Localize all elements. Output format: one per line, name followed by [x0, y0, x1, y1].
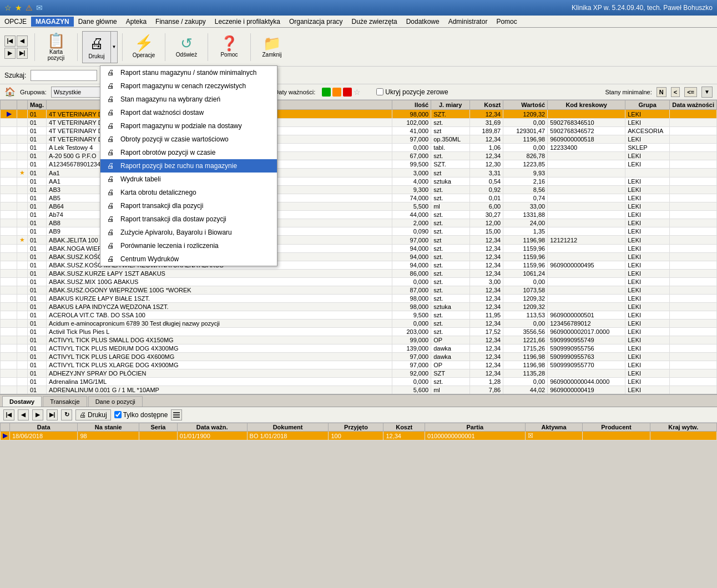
- menu-dane-glowne[interactable]: Dane główne: [74, 17, 122, 27]
- row-grupa: LEKI: [625, 211, 670, 219]
- table-row[interactable]: 01Adrenalina 1MG/1ML0,000szt.1,280,00960…: [1, 378, 717, 386]
- table-row[interactable]: 01Acidum e-aminocapronicum 6789 30 Test …: [1, 320, 717, 328]
- dropdown-item-5[interactable]: 🖨 Raport magazynu w podziale na dostawy: [100, 119, 277, 133]
- hide-zerowe-checkbox[interactable]: [376, 88, 383, 95]
- menu-dodatkowe[interactable]: Dodatkowe: [402, 17, 444, 27]
- row-qty: 74,000: [392, 194, 431, 202]
- table-row[interactable]: 01ACEROLA VIT.C TAB. DO SSA 1009,500szt.…: [1, 311, 717, 320]
- search-input[interactable]: [31, 70, 97, 81]
- menu-duze[interactable]: Duże zwierzęta: [347, 17, 402, 27]
- row-mag: 01: [28, 169, 47, 178]
- table-row[interactable]: 01ADHEZYJNY SPRAY DO PŁÓCIEN92,000SZT12,…: [1, 369, 717, 378]
- bottom-print-btn[interactable]: 🖨 Drukuj: [75, 409, 111, 420]
- bottom-nav-prev[interactable]: ◀: [18, 409, 29, 420]
- dropdown-item-7[interactable]: 🖨 Raport obrotów pozycji w czasie: [100, 146, 277, 159]
- print-icon-3: 🖨: [107, 95, 116, 104]
- menu-leczenie[interactable]: Leczenie i profilaktyka: [210, 17, 285, 27]
- row-arrow: ▶: [1, 110, 17, 119]
- table-row[interactable]: 01ACTIVYL TICK PLUS LARGE DOG 4X600MG97,…: [1, 353, 717, 361]
- odswiez-btn[interactable]: ↻ Odśwież: [170, 31, 203, 63]
- tab-dostawy[interactable]: Dostawy: [2, 396, 42, 407]
- bottom-tabs: Dostawy Transakcje Dane o pozycji: [0, 395, 717, 407]
- table-row[interactable]: 01ACTIVYL TICK PLUS MEDIUM DOG 4X300MG13…: [1, 344, 717, 353]
- table-row[interactable]: 01ABAKUS ŁAPA INDYCZA WĘDZONA 1SZT.98,00…: [1, 303, 717, 311]
- dropdown-item-1[interactable]: 🖨 Raport stanu magazynu / stanów minimal…: [100, 66, 277, 79]
- nav-first[interactable]: |◀: [4, 36, 16, 47]
- table-row[interactable]: 01ACTIVYL TICK PLUS XLARGE DOG 4X900MG97…: [1, 361, 717, 369]
- bottom-nav-first[interactable]: |◀: [3, 409, 14, 420]
- dropdown-item-11[interactable]: 🖨 Raport transakcji dla pozycji: [100, 199, 277, 212]
- table-row[interactable]: 01ABAK.SUSZ.OGONY WIEPRZOWE 100G *WOREK8…: [1, 286, 717, 295]
- min-dropdown-arrow[interactable]: ▼: [701, 87, 713, 98]
- bottom-table-row[interactable]: ▶18/06/20189801/01/1900BO 1/01/201810012…: [1, 432, 717, 440]
- table-row[interactable]: 01Activil Tick Plus Pies L203,000szt.17,…: [1, 328, 717, 336]
- star-toggle[interactable]: ☆: [354, 88, 361, 97]
- odswiez-icon: ↻: [180, 36, 193, 50]
- dropdown-item-6[interactable]: 🖨 Obroty pozycji w czasie wartościowo: [100, 133, 277, 146]
- bottom-menu-icon[interactable]: [171, 409, 182, 420]
- tab-transakcje[interactable]: Transakcje: [43, 396, 87, 407]
- bottom-refresh[interactable]: ↻: [61, 409, 72, 420]
- table-row[interactable]: 01ABAK.SUSZ.MIX 100G ABAKUS0,000szt.3,00…: [1, 278, 717, 286]
- dropdown-item-9[interactable]: 🖨 Wydruk tabeli: [100, 173, 277, 186]
- row-grupa: LEKI: [625, 219, 670, 227]
- mail-icon: ✉: [36, 3, 43, 12]
- tylko-dostepne-checkbox[interactable]: [114, 411, 122, 418]
- menu-apteka[interactable]: Apteka: [122, 17, 151, 27]
- table-row[interactable]: 01ACTIVYL TICK PLUS SMALL DOG 4X150MG99,…: [1, 336, 717, 344]
- table-row[interactable]: 01ABAK.SUSZ.KURZE ŁAPY 1SZT ABAKUS86,000…: [1, 270, 717, 278]
- dropdown-item-2[interactable]: 🖨 Raport magazynu w cenach rzeczywistych: [100, 79, 277, 93]
- drukuj-btn[interactable]: 🖨 Drukuj: [82, 31, 111, 63]
- drukuj-btn-group[interactable]: 🖨 Drukuj ▼: [82, 31, 118, 63]
- min-btn-lt[interactable]: <: [671, 87, 680, 97]
- row-grupa: LEKI: [625, 202, 670, 211]
- nav-next[interactable]: ▶: [4, 48, 16, 59]
- row-name: ADHEZYJNY SPRAY DO PŁÓCIEN: [47, 369, 392, 378]
- dropdown-label-1: Raport stanu magazynu / stanów minimalny…: [120, 69, 256, 77]
- drukuj-arrow[interactable]: ▼: [111, 31, 118, 63]
- dropdown-item-13[interactable]: 🖨 Zużycie Apivarolu, Bayarolu i Biowaru: [100, 226, 277, 239]
- nav-prev[interactable]: ◀: [17, 36, 28, 47]
- row-qty: 0,000: [392, 278, 431, 286]
- row-data: [670, 202, 717, 211]
- menu-magazyn[interactable]: MAGAZYN: [31, 17, 74, 27]
- zamknij-btn[interactable]: 📁 Zamknij: [255, 31, 289, 63]
- dropdown-item-12[interactable]: 🖨 Raport transakcji dla dostaw pozycji: [100, 212, 277, 226]
- b-datawazn: 01/01/1900: [177, 432, 247, 440]
- menu-opcje[interactable]: OPCJE: [0, 17, 31, 27]
- menu-finanse[interactable]: Finanse / zakupy: [151, 17, 210, 27]
- zamknij-icon: 📁: [263, 36, 281, 50]
- bottom-nav-next[interactable]: ▶: [32, 409, 43, 420]
- min-btn-n[interactable]: N: [657, 87, 666, 97]
- min-btn-lte[interactable]: <=: [684, 87, 697, 97]
- row-mag: 01: [28, 295, 47, 303]
- row-koszt: 11,95: [470, 311, 503, 320]
- dropdown-item-10[interactable]: 🖨 Karta obrotu detalicznego: [100, 186, 277, 199]
- tab-dane-o-pozycji[interactable]: Dane o pozycji: [88, 396, 143, 407]
- operacje-btn[interactable]: ⚡ Operacje: [127, 31, 160, 63]
- dropdown-label-11: Raport transakcji dla pozycji: [120, 202, 203, 210]
- pomoc-btn[interactable]: ❓ Pomoc: [213, 31, 246, 63]
- table-row[interactable]: 01ABAKUS KURZE ŁAPY BIAŁE 1SZT.98,000szt…: [1, 295, 717, 303]
- dropdown-item-14[interactable]: 🖨 Porównanie leczenia i rozliczenia: [100, 239, 277, 252]
- table-row[interactable]: 01ADRENALINUM 0.001 G / 1 ML *10AMP5,600…: [1, 386, 717, 394]
- dropdown-item-4[interactable]: 🖨 Raport dat ważności dostaw: [100, 106, 277, 119]
- row-qty: 4,000: [392, 178, 431, 186]
- dropdown-item-15[interactable]: 🖨 Centrum Wydruków: [100, 252, 277, 266]
- bcol-seria: Seria: [139, 423, 178, 432]
- nav-last[interactable]: ▶|: [17, 48, 28, 59]
- menu-administrator[interactable]: Administrator: [444, 17, 492, 27]
- drukuj-dropdown: 🖨 Raport stanu magazynu / stanów minimal…: [100, 65, 277, 266]
- row-qty: 9,500: [392, 311, 431, 320]
- menu-pomoc[interactable]: Pomoc: [492, 17, 521, 27]
- dropdown-item-8[interactable]: 🖨 Raport pozycji bez ruchu na magazynie: [100, 159, 277, 173]
- row-data: [670, 245, 717, 253]
- operacje-label: Operacje: [133, 52, 155, 58]
- karta-pozycji-btn[interactable]: 📋 Karta pozycji: [39, 31, 73, 63]
- row-star: [17, 336, 28, 344]
- bottom-nav-last[interactable]: ▶|: [47, 409, 58, 420]
- menu-organizacja[interactable]: Organizacja pracy: [285, 17, 347, 27]
- dropdown-item-3[interactable]: 🖨 Stan magazynu na wybrany dzień: [100, 93, 277, 106]
- print-icon-15: 🖨: [107, 255, 116, 263]
- row-wartosc: 2,16: [503, 178, 548, 186]
